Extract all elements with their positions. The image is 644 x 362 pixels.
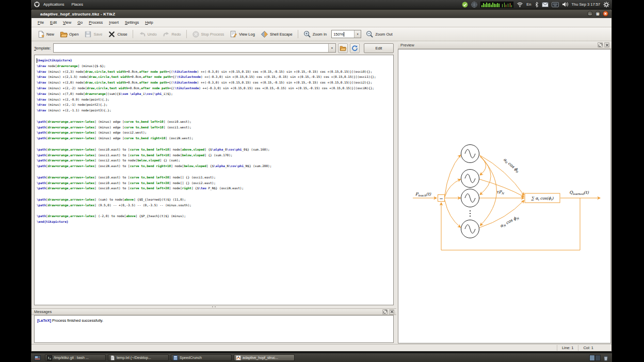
distributor-logo-icon[interactable]	[31, 2, 40, 7]
save-button[interactable]: Save	[82, 29, 105, 39]
code-line[interactable]: \path[draw=orange,arrows=-latex] (minus)…	[37, 136, 393, 141]
code-line[interactable]: \begin{tikzpicture}	[37, 58, 393, 63]
code-line[interactable]: \draw (minus) +(2,1.5) node[draw,circle,…	[37, 74, 393, 80]
close-icon[interactable]	[604, 42, 609, 47]
code-line[interactable]: \path[draw=orange,arrows=-latex] (osciN.…	[37, 163, 393, 169]
keyboard-layout-indicator[interactable]: En	[526, 2, 531, 7]
code-line[interactable]: \path[draw=orange,arrows=-latex] (-2,0) …	[37, 213, 393, 219]
menu-view[interactable]: View	[60, 19, 74, 26]
taskbar-window-ktikz[interactable]: adaptive_hopf_struc...	[234, 354, 295, 361]
close-window-button[interactable]: ✕	[603, 11, 608, 17]
combo-dropdown-arrow-icon[interactable]: ▾	[328, 44, 335, 52]
code-line[interactable]	[37, 208, 393, 214]
code-line[interactable]: \draw (minus) +(2,-0.9) node(point){.};	[37, 97, 393, 103]
menu-file[interactable]: File	[35, 19, 47, 26]
new-button[interactable]: New	[35, 29, 57, 39]
oscillator-nodes	[461, 145, 479, 238]
clock[interactable]: Thu Sep 3 17:57	[572, 2, 600, 7]
calculator-icon	[173, 355, 178, 360]
code-line[interactable]	[37, 191, 393, 197]
template-combo[interactable]: ▾	[53, 43, 336, 53]
menu-insert[interactable]: Insert	[106, 19, 122, 26]
template-reload-button[interactable]	[350, 43, 360, 53]
code-line[interactable]: \draw (minus) +(2,3) node[draw,circle,te…	[37, 69, 393, 75]
code-line[interactable]: \draw (minus) +(2,-2) node[draw,circle,t…	[37, 86, 393, 91]
system-load-monitor[interactable]	[480, 2, 513, 8]
undo-icon	[138, 30, 146, 38]
menu-settings[interactable]: Settings	[122, 19, 142, 26]
close-icon[interactable]	[389, 309, 394, 315]
redo-button[interactable]: Redo	[160, 29, 184, 39]
code-line[interactable]: \end{tikzpicture}	[37, 219, 393, 225]
bluetooth-icon[interactable]	[535, 2, 539, 8]
close-button[interactable]: Close	[105, 29, 130, 39]
session-gear-icon[interactable]	[603, 2, 609, 8]
zoom-out-button[interactable]: Zoom Out	[363, 29, 395, 39]
undock-icon[interactable]	[598, 42, 603, 47]
taskbar-window-speedcrunch[interactable]: SpeedCrunch	[171, 354, 232, 361]
template-edit-button[interactable]: Edit	[364, 43, 394, 53]
code-line[interactable]	[37, 169, 393, 175]
code-line[interactable]: \path[draw=orange,arrows=-latex] (minus)…	[37, 130, 393, 136]
trash-icon[interactable]	[603, 355, 608, 361]
shell-escape-icon	[261, 30, 268, 38]
menu-help[interactable]: Help	[142, 19, 156, 26]
code-line[interactable]: \draw (minus) +(7,0) node[draw=orange](s…	[37, 91, 393, 97]
view-log-icon	[230, 30, 237, 38]
code-line[interactable]: \path[draw=orange,arrows=-latex] (osci0.…	[37, 147, 393, 153]
applications-menu[interactable]: Applications	[40, 0, 68, 9]
update-notifier-icon[interactable]	[462, 2, 468, 8]
p-teach-label: Pteach(t)	[415, 192, 431, 197]
preview-pane[interactable]: − ∑ αi cos(ϕi) Pteach(t) Qlearned(t) τPN…	[398, 49, 611, 343]
code-line[interactable]: \path[draw=orange,arrows=-latex] (osci0.…	[37, 180, 393, 186]
zoom-in-button[interactable]: Zoom In	[301, 29, 330, 39]
code-area[interactable]: \begin{tikzpicture}\draw node[draw=orang…	[34, 55, 394, 305]
preview-dock-header[interactable]: Preview	[398, 41, 611, 49]
undo-button[interactable]: Undo	[136, 29, 159, 39]
code-line[interactable]: \draw (minus) +(2,-1.1) node(point3){.};	[37, 108, 393, 113]
code-line[interactable]: \draw node[draw=orange] (minus){$-$};	[37, 63, 393, 69]
message-text: Process finished successfully.	[51, 318, 103, 323]
menu-process[interactable]: Process	[86, 19, 106, 26]
view-log-button[interactable]: View Log	[227, 29, 257, 39]
code-line[interactable]: \draw (minus) +(2,-1) node(point2){.};	[37, 102, 393, 108]
code-line[interactable]: \draw (minus) +(2,0) node[draw,circle,te…	[37, 80, 393, 86]
messages-dock-header[interactable]: Messages	[31, 308, 396, 315]
stop-process-button[interactable]: Stop Process	[189, 29, 227, 39]
code-line[interactable]: \path[draw=orange,arrows=-latex] (minus)…	[37, 125, 393, 130]
zoom-level-combo[interactable]: 150% ▾	[331, 30, 361, 38]
menu-edit[interactable]: Edit	[47, 19, 60, 26]
show-desktop-icon[interactable]	[34, 355, 41, 361]
code-line[interactable]: \path[draw=orange,arrows=-latex] (osci1.…	[37, 153, 393, 158]
code-line[interactable]: \path[draw=orange,arrows=-latex] (sum) t…	[37, 197, 393, 203]
wifi-icon[interactable]	[517, 2, 523, 7]
combo-dropdown-arrow-icon[interactable]: ▾	[354, 30, 361, 38]
code-line[interactable]: \path[draw=orange,arrows=-latex] (minus)…	[37, 119, 393, 125]
shell-escape-button[interactable]: Shell Escape	[258, 29, 295, 39]
workspace-switcher[interactable]	[589, 355, 601, 361]
open-button[interactable]: Open	[57, 29, 81, 39]
code-line[interactable]: \path[draw=orange,arrows=-latex] (osci0.…	[37, 186, 393, 191]
titlebar[interactable]: adaptive_hopf_structure.tikz - KTikZ — ▣…	[31, 10, 611, 18]
network-globe-icon[interactable]	[471, 2, 477, 8]
terminal-icon	[47, 355, 52, 360]
places-menu[interactable]: Places	[68, 0, 87, 9]
sum-label: ∑ αi cos(ϕi)	[531, 196, 554, 201]
template-open-button[interactable]	[338, 43, 348, 53]
status-bar: Line: 1 Col: 1	[31, 344, 611, 351]
taskbar: /tmp/ktikz.git : bash ... temp.txt (~/De…	[31, 353, 612, 362]
taskbar-window-terminal[interactable]: /tmp/ktikz.git : bash ...	[45, 354, 106, 361]
menu-go[interactable]: Go	[74, 19, 86, 26]
code-line[interactable]: \path[draw=orange,arrows=-latex] (osci0.…	[37, 175, 393, 180]
code-line[interactable]: \path[draw=orange,arrows=-latex] (9.5,0)…	[37, 203, 393, 208]
maximize-button[interactable]: ▣	[595, 11, 601, 17]
minimize-button[interactable]: —	[587, 11, 593, 17]
taskbar-window-texteditor[interactable]: temp.txt (~/Desktop...	[108, 354, 169, 361]
undock-icon[interactable]	[382, 309, 388, 315]
mail-icon[interactable]	[542, 2, 549, 7]
volume-icon[interactable]	[562, 2, 569, 7]
keyboard-icon[interactable]	[552, 2, 559, 7]
code-line[interactable]	[37, 141, 393, 147]
code-line[interactable]: \path[draw=orange,arrows=-latex] (osci2.…	[37, 158, 393, 163]
code-line[interactable]	[37, 113, 393, 119]
